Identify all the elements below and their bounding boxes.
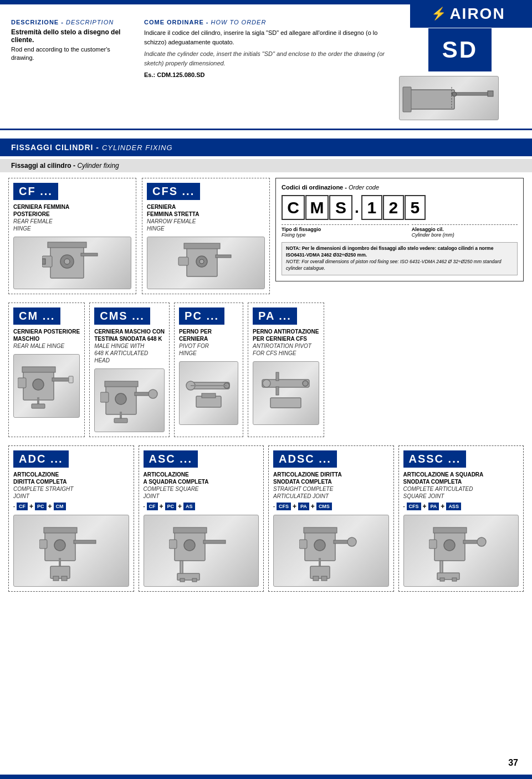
logo-icon: ⚡ xyxy=(431,7,446,21)
svg-rect-76 xyxy=(433,527,467,533)
cms-code: CMS ... xyxy=(94,308,150,325)
cms-image xyxy=(94,368,165,432)
pa-card: PA ... PERNO ANTIROTAZIONE PER CERNIERA … xyxy=(248,303,324,437)
asc-parts: - CF + PC + AS xyxy=(144,503,259,510)
assc-parts: - CFS + PA + ASS xyxy=(403,503,519,510)
adc-part-pc: PC xyxy=(35,503,47,510)
adc-parts: - CF + PC + CM xyxy=(13,503,129,510)
svg-rect-51 xyxy=(39,540,47,549)
svg-rect-0 xyxy=(405,90,454,109)
assc-name-it: ARTICOLAZIONE A SQUADRA SNODATA COMPLETA xyxy=(403,471,519,485)
cms-name-en: MALE HINGE WITH 648 K ARTICULATED HEAD xyxy=(94,342,165,364)
svg-rect-26 xyxy=(32,404,45,408)
example: Es.: CDM.125.080.SD xyxy=(144,70,388,80)
cms-display: C M S . 1 2 5 xyxy=(282,195,518,220)
cm-code: CM ... xyxy=(13,308,60,325)
svg-point-77 xyxy=(444,540,455,551)
asc-name-it: ARTICOLAZIONE A SQUADRA COMPLETA xyxy=(144,471,259,485)
cf-name-it: CERNIERA FEMMINA POSTERIORE xyxy=(13,203,131,218)
cf-name-en: REAR FEMALE HINGE xyxy=(13,218,131,232)
cm-name-en: REAR MALE HINGE xyxy=(13,342,80,350)
how-to-order-p1: Indicare il codice del cilindro, inserir… xyxy=(144,28,388,47)
cms-labels: Tipo di fissaggio Fixing type Alesaggio … xyxy=(282,224,518,238)
adsc-parts: - CFS + PA + CMS xyxy=(273,503,389,510)
svg-rect-12 xyxy=(42,259,45,264)
svg-rect-83 xyxy=(440,578,444,581)
svg-rect-17 xyxy=(216,255,231,258)
cf-code: CF ... xyxy=(13,183,58,200)
asc-part-pc: PC xyxy=(165,503,177,510)
svg-rect-45 xyxy=(276,387,279,395)
adsc-part-cfs: CFS xyxy=(277,503,291,510)
how-to-order-label: COME ORDINARE - HOW TO ORDER xyxy=(144,19,388,25)
pc-card: PC ... PERNO PER CERNIERA PIVOT FOR HING… xyxy=(174,303,243,437)
svg-rect-10 xyxy=(81,253,98,256)
cf-image xyxy=(13,237,131,289)
adsc-name-it: ARTICOLAZIONE DIRITTA SNODATA COMPLETA xyxy=(273,471,389,485)
description-label: DESCRIZIONE - DESCRIPTION xyxy=(11,19,133,25)
svg-rect-60 xyxy=(169,540,177,549)
asc-image xyxy=(144,515,259,587)
svg-rect-70 xyxy=(299,540,307,549)
pc-name-it: PERNO PER CERNIERA xyxy=(179,328,238,342)
cms-name-it: CERNIERA MASCHIO CON TESTINA SNODATA 648… xyxy=(94,328,165,342)
cfs-image xyxy=(147,237,265,289)
adc-card: ADC ... ARTICOLAZIONE DIRITTA COMPLETA C… xyxy=(8,445,134,592)
svg-rect-54 xyxy=(53,576,59,581)
svg-rect-14 xyxy=(184,243,220,249)
svg-rect-50 xyxy=(74,540,96,544)
fissaggi-subheader: Fissaggi al cilindro - Cylinder fixing xyxy=(0,159,532,172)
svg-rect-18 xyxy=(178,257,188,265)
cfs-name-en: NARROW FEMALE HINGE xyxy=(147,218,265,232)
assc-name-en: COMPLETE ARTICULATED SQUARE JOINT xyxy=(403,485,519,500)
cm-name-it: CERNIERA POSTERIORE MASCHIO xyxy=(13,328,80,342)
cms-card: CMS ... CERNIERA MASCHIO CON TESTINA SNO… xyxy=(89,303,170,437)
adc-part-cf: CF xyxy=(17,503,28,510)
note-box: NOTA: Per le dimensioni di ingombro dei … xyxy=(282,242,518,275)
svg-rect-24 xyxy=(18,378,26,388)
adc-name-it: ARTICOLAZIONE DIRITTA COMPLETA xyxy=(13,471,129,485)
bottom-bar xyxy=(0,775,532,779)
assc-part-ass: ASS xyxy=(446,503,461,510)
svg-rect-57 xyxy=(173,527,207,533)
svg-rect-73 xyxy=(313,576,319,581)
asc-code: ASC ... xyxy=(144,450,198,468)
adsc-code: ADSC ... xyxy=(273,450,337,468)
svg-point-9 xyxy=(64,259,70,264)
svg-rect-66 xyxy=(304,527,337,533)
assc-code: ASSC ... xyxy=(403,450,467,468)
svg-point-29 xyxy=(115,393,126,404)
svg-rect-20 xyxy=(22,367,55,372)
asc-part-cf: CF xyxy=(147,503,158,510)
cylinder-drawing xyxy=(399,76,499,120)
adc-code: ADC ... xyxy=(13,450,69,468)
pa-image xyxy=(253,361,319,425)
svg-rect-74 xyxy=(321,576,327,581)
asc-part-as: AS xyxy=(183,503,195,510)
svg-rect-84 xyxy=(452,578,457,581)
cfs-card: CFS ... CERNIERA FEMMINA STRETTA NARROW … xyxy=(142,178,270,294)
fissaggi-header: FISSAGGI CILINDRI - CYLINDER FIXING xyxy=(0,139,532,156)
order-code-section: Codici di ordinazione - Order code C M S… xyxy=(275,178,524,281)
pc-code: PC ... xyxy=(179,308,224,325)
cf-cfs-row: CF ... CERNIERA FEMMINA POSTERIORE REAR … xyxy=(8,178,524,294)
how-to-order-p2: Indicate the cylinder code, insert the i… xyxy=(144,49,388,68)
svg-point-49 xyxy=(54,540,65,551)
assc-part-cfs: CFS xyxy=(407,503,421,510)
code-column: CODICE - CODE SD xyxy=(399,19,521,120)
adc-image xyxy=(13,515,129,587)
svg-point-69 xyxy=(347,537,356,546)
svg-rect-44 xyxy=(276,372,279,381)
svg-point-58 xyxy=(184,540,195,551)
svg-point-42 xyxy=(263,380,270,387)
svg-point-2 xyxy=(452,92,457,96)
assc-image xyxy=(403,515,519,587)
adsc-image xyxy=(273,515,389,587)
combo-row: ADC ... ARTICOLAZIONE DIRITTA COMPLETA C… xyxy=(8,445,524,592)
svg-rect-28 xyxy=(105,381,138,387)
pc-name-en: PIVOT FOR HINGE xyxy=(179,342,238,357)
svg-rect-80 xyxy=(429,540,437,549)
adsc-part-pa: PA xyxy=(298,503,309,510)
svg-rect-64 xyxy=(192,578,197,582)
code-box: SD xyxy=(428,28,492,71)
